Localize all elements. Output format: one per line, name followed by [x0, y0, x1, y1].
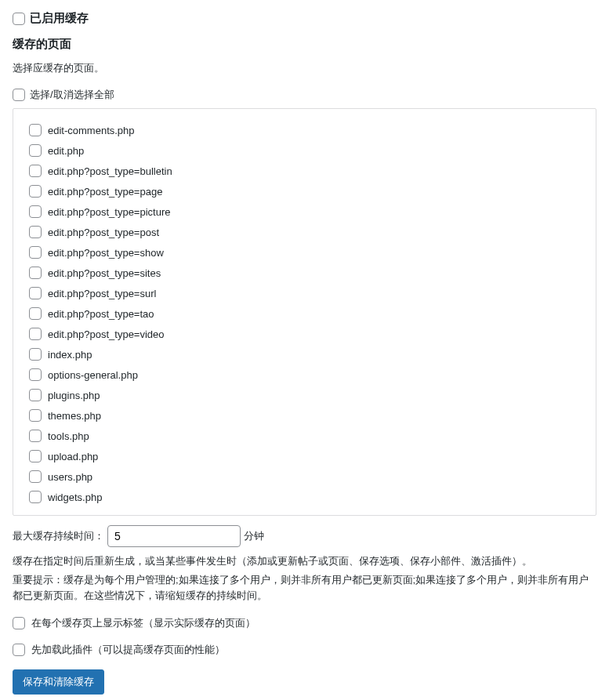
page-item: plugins.php — [29, 385, 585, 405]
page-checkbox[interactable] — [29, 165, 42, 177]
page-label: edit.php?post_type=page — [48, 186, 162, 198]
select-all-label: 选择/取消选择全部 — [30, 88, 114, 102]
page-checkbox[interactable] — [29, 205, 42, 218]
show-tag-label: 在每个缓存页上显示标签（显示实际缓存的页面） — [31, 616, 256, 630]
page-checkbox[interactable] — [29, 470, 42, 483]
show-tag-row: 在每个缓存页上显示标签（显示实际缓存的页面） — [13, 616, 596, 630]
page-label: edit.php?post_type=video — [48, 328, 165, 340]
page-label: users.php — [48, 471, 92, 483]
page-item: upload.php — [29, 446, 585, 466]
page-label: widgets.php — [48, 491, 102, 503]
enable-cache-label: 已启用缓存 — [30, 11, 89, 26]
page-checkbox[interactable] — [29, 124, 42, 136]
page-label: edit-comments.php — [48, 125, 135, 136]
page-item: edit.php?post_type=picture — [29, 201, 585, 222]
cache-note-1: 缓存在指定时间后重新生成，或当某些事件发生时（添加或更新帖子或页面、保存选项、保… — [13, 553, 596, 569]
section-help: 选择应缓存的页面。 — [13, 61, 596, 75]
preload-row: 先加载此插件（可以提高缓存页面的性能） — [13, 643, 596, 657]
page-checkbox[interactable] — [29, 287, 42, 299]
page-checkbox[interactable] — [29, 144, 42, 157]
section-title: 缓存的页面 — [13, 37, 596, 52]
page-label: edit.php?post_type=surl — [48, 288, 156, 299]
page-label: edit.php — [48, 145, 84, 157]
page-checkbox[interactable] — [29, 307, 42, 320]
page-item: themes.php — [29, 405, 585, 426]
page-item: tools.php — [29, 426, 585, 446]
page-label: themes.php — [48, 410, 101, 422]
page-item: edit.php?post_type=video — [29, 324, 585, 344]
page-checkbox[interactable] — [29, 389, 42, 401]
enable-cache-checkbox[interactable] — [13, 13, 25, 25]
page-checkbox[interactable] — [29, 430, 42, 442]
page-checkbox[interactable] — [29, 348, 42, 361]
page-label: options-general.php — [48, 369, 138, 381]
page-item: users.php — [29, 466, 585, 487]
preload-checkbox[interactable] — [13, 644, 25, 656]
page-checkbox[interactable] — [29, 368, 42, 381]
page-item: edit.php?post_type=sites — [29, 263, 585, 283]
preload-label: 先加载此插件（可以提高缓存页面的性能） — [31, 643, 225, 657]
page-checkbox[interactable] — [29, 185, 42, 198]
page-item: edit.php?post_type=bulletin — [29, 161, 585, 181]
page-label: edit.php?post_type=tao — [48, 308, 154, 320]
duration-unit: 分钟 — [244, 529, 264, 543]
page-label: edit.php?post_type=post — [48, 227, 159, 238]
page-item: options-general.php — [29, 365, 585, 385]
pages-box: edit-comments.phpedit.phpedit.php?post_t… — [13, 108, 596, 516]
page-label: edit.php?post_type=show — [48, 247, 164, 259]
select-all-row: 选择/取消选择全部 — [13, 88, 596, 102]
page-list: edit-comments.phpedit.phpedit.php?post_t… — [29, 120, 585, 507]
page-checkbox[interactable] — [29, 226, 42, 238]
page-item: index.php — [29, 344, 585, 365]
duration-label: 最大缓存持续时间： — [13, 529, 104, 543]
page-label: edit.php?post_type=picture — [48, 206, 170, 218]
page-label: index.php — [48, 349, 92, 361]
page-label: upload.php — [48, 451, 98, 462]
duration-row: 最大缓存持续时间： 分钟 — [13, 525, 596, 547]
show-tag-checkbox[interactable] — [13, 617, 25, 629]
page-checkbox[interactable] — [29, 246, 42, 259]
page-label: edit.php?post_type=bulletin — [48, 165, 172, 177]
page-checkbox[interactable] — [29, 409, 42, 422]
page-item: edit.php?post_type=show — [29, 242, 585, 263]
page-checkbox[interactable] — [29, 328, 42, 340]
page-item: edit.php?post_type=tao — [29, 303, 585, 324]
page-label: edit.php?post_type=sites — [48, 267, 161, 279]
page-label: tools.php — [48, 430, 89, 442]
page-item: edit.php?post_type=post — [29, 222, 585, 242]
duration-input[interactable] — [107, 525, 241, 547]
enable-cache-row: 已启用缓存 — [13, 11, 596, 26]
select-all-checkbox[interactable] — [13, 89, 25, 101]
page-item: edit.php?post_type=page — [29, 181, 585, 201]
save-button[interactable]: 保存和清除缓存 — [13, 669, 104, 695]
page-checkbox[interactable] — [29, 491, 42, 503]
page-label: plugins.php — [48, 390, 100, 401]
page-item: edit-comments.php — [29, 120, 585, 140]
page-checkbox[interactable] — [29, 267, 42, 279]
page-checkbox[interactable] — [29, 450, 42, 462]
page-item: edit.php?post_type=surl — [29, 283, 585, 303]
page-item: edit.php — [29, 140, 585, 161]
cache-note-2: 重要提示：缓存是为每个用户管理的;如果连接了多个用户，则并非所有用户都已更新页面… — [13, 572, 596, 604]
page-item: widgets.php — [29, 487, 585, 507]
